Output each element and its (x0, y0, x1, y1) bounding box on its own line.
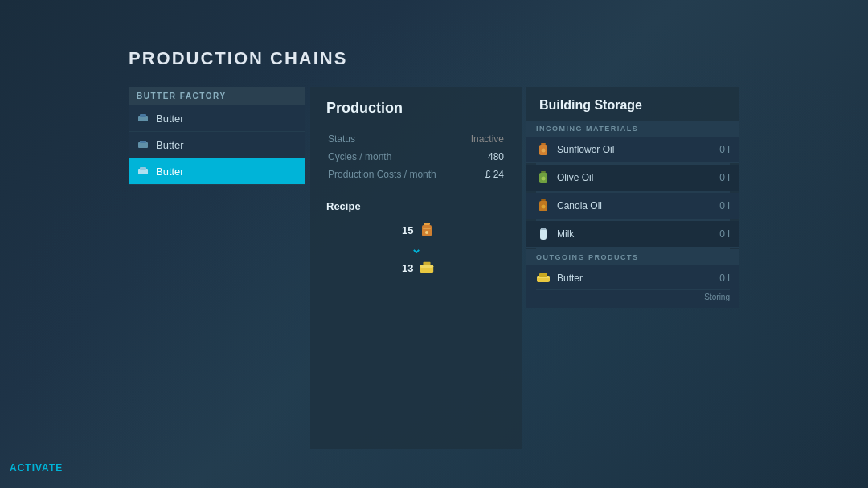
left-panel: BUTTER FACTORY Butter Butter (129, 87, 305, 185)
svg-rect-5 (140, 167, 146, 170)
recipe-arrow-icon: ⌄ (411, 241, 421, 256)
svg-rect-0 (138, 116, 148, 121)
stat-row-costs: Production Costs / month £ 24 (328, 166, 504, 182)
svg-rect-8 (423, 228, 431, 229)
stat-value-costs: £ 24 (463, 166, 504, 182)
svg-rect-26 (539, 273, 547, 277)
main-content: PRODUCTION CHAINS BUTTER FACTORY Butter (0, 0, 868, 481)
incoming-materials-list: Sunflower Oil 0 l Olive Oil 0 l Canola O… (526, 137, 739, 249)
incoming-item-2: Canola Oil 0 l (526, 193, 739, 219)
building-storage-title: Building Storage (526, 87, 739, 121)
svg-rect-19 (541, 199, 546, 201)
storing-label-0: Storing (526, 290, 739, 308)
recipe-input-icon (419, 222, 435, 238)
material-icon-3 (536, 227, 551, 241)
outgoing-icon-0 (536, 271, 551, 285)
material-amount-2: 0 l (719, 200, 730, 211)
svg-rect-1 (140, 114, 146, 117)
stats-table: Status Inactive Cycles / month 480 Produ… (326, 129, 506, 184)
svg-point-18 (542, 177, 546, 181)
svg-rect-3 (140, 141, 146, 143)
factory-item-label-1: Butter (156, 139, 184, 151)
svg-rect-16 (541, 171, 546, 173)
svg-point-21 (542, 205, 546, 209)
outgoing-name-0: Butter (557, 273, 713, 284)
recipe-output-icon (419, 260, 435, 276)
material-name-0: Sunflower Oil (557, 144, 713, 155)
factory-item-1[interactable]: Butter (129, 132, 305, 158)
incoming-item-0: Sunflower Oil 0 l (526, 137, 739, 163)
svg-point-15 (542, 149, 546, 153)
stat-value-status: Inactive (463, 131, 504, 147)
factory-header: BUTTER FACTORY (129, 87, 305, 105)
middle-panel: Production Status Inactive Cycles / mont… (310, 87, 522, 449)
svg-rect-12 (423, 262, 430, 265)
outgoing-products-list: Butter 0 l Storing (526, 265, 739, 308)
svg-rect-4 (138, 169, 148, 174)
stat-row-cycles: Cycles / month 480 (328, 149, 504, 165)
panels-row: BUTTER FACTORY Butter Butter (129, 87, 739, 449)
right-panel: Building Storage INCOMING MATERIALS Sunf… (526, 87, 739, 308)
svg-rect-6 (424, 223, 430, 225)
svg-rect-23 (541, 228, 546, 230)
recipe-arrow-row: ⌄ (411, 241, 421, 256)
material-icon-1 (536, 170, 551, 185)
recipe-output-amount: 13 (398, 262, 414, 274)
outgoing-amount-0: 0 l (719, 273, 730, 284)
incoming-item-3: Milk 0 l (526, 221, 739, 248)
factory-item-label-2: Butter (156, 166, 184, 178)
material-amount-0: 0 l (719, 144, 730, 155)
butter-icon-1 (137, 138, 149, 151)
production-title: Production (326, 100, 506, 117)
butter-icon-2 (137, 165, 149, 178)
material-name-1: Olive Oil (557, 172, 713, 183)
material-icon-0 (536, 142, 551, 157)
svg-rect-11 (420, 265, 432, 268)
recipe-items: 15 ⌄ (326, 222, 506, 276)
material-amount-3: 0 l (719, 228, 730, 240)
incoming-materials-header: INCOMING MATERIALS (526, 121, 739, 137)
outgoing-item-0: Butter 0 l Storing (526, 265, 739, 308)
recipe-section: Recipe 15 (326, 200, 506, 276)
svg-point-9 (425, 231, 428, 234)
factory-items-list: Butter Butter Butter (129, 105, 305, 185)
recipe-output-row: 13 (398, 260, 435, 276)
recipe-input-row: 15 (398, 222, 435, 238)
svg-rect-2 (138, 142, 148, 148)
page-title: PRODUCTION CHAINS (129, 48, 739, 69)
stat-value-cycles: 480 (463, 149, 504, 165)
material-icon-2 (536, 199, 551, 213)
stat-label-cycles: Cycles / month (328, 149, 461, 165)
stat-row-status: Status Inactive (328, 131, 504, 147)
svg-rect-13 (541, 143, 546, 145)
stat-label-status: Status (328, 131, 461, 147)
stat-label-costs: Production Costs / month (328, 166, 461, 182)
outgoing-products-header: OUTGOING PRODUCTS (526, 249, 739, 265)
butter-icon-0 (137, 112, 149, 125)
factory-item-label-0: Butter (156, 113, 184, 125)
incoming-item-1: Olive Oil 0 l (526, 165, 739, 191)
material-name-3: Milk (557, 228, 713, 240)
recipe-label: Recipe (326, 200, 506, 212)
factory-item-2[interactable]: Butter (129, 158, 305, 185)
factory-item-0[interactable]: Butter (129, 105, 305, 132)
material-name-2: Canola Oil (557, 200, 713, 211)
material-amount-1: 0 l (719, 172, 730, 183)
outgoing-row-0: Butter 0 l (526, 265, 739, 289)
svg-rect-22 (540, 228, 547, 240)
recipe-input-amount: 15 (398, 224, 414, 236)
